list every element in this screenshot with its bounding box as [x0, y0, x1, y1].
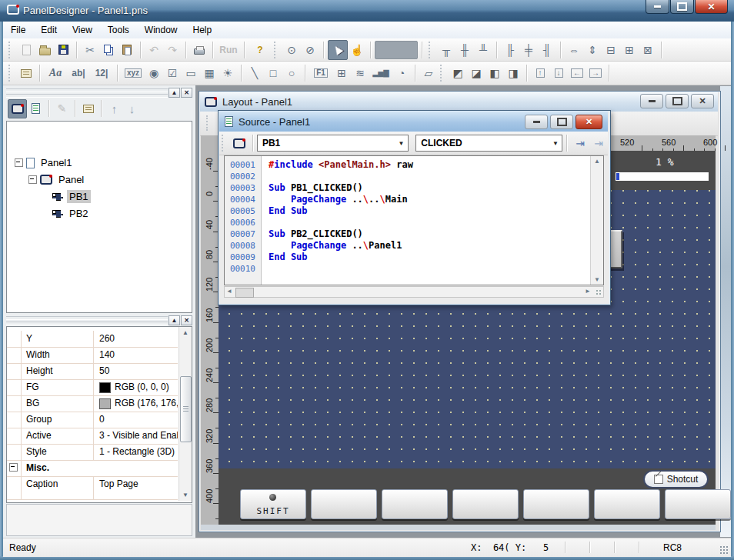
font-tool-button[interactable]: Aa — [44, 64, 67, 82]
align-top-button[interactable]: ╥ — [437, 41, 455, 59]
numeric-field-button[interactable]: 12| — [90, 64, 113, 82]
menu-help[interactable]: Help — [185, 22, 220, 38]
tree-node-label[interactable]: Panel1 — [38, 156, 74, 169]
editor-vertical-scrollbar[interactable]: ▲ ▼ — [590, 156, 603, 285]
nudge-right-button[interactable]: → — [586, 64, 605, 82]
function-button-5[interactable] — [523, 489, 589, 519]
property-value[interactable]: 50 — [94, 363, 178, 379]
help-button[interactable]: ? — [249, 41, 272, 59]
nudge-left-button[interactable]: ← — [568, 64, 586, 82]
function-button-6[interactable] — [594, 489, 660, 519]
zoom-off-button[interactable]: ⊘ — [301, 41, 319, 59]
code-text[interactable]: #include <PanelMain.h> raw Sub PB1_CLICK… — [262, 156, 591, 288]
fit-height-button[interactable]: ⊞ — [620, 41, 639, 59]
layers-button[interactable]: ▱ — [419, 64, 438, 82]
toolbar-grip[interactable] — [429, 42, 432, 58]
property-row-width[interactable]: Width140 — [7, 347, 178, 364]
property-row-height[interactable]: Height50 — [7, 363, 178, 380]
align-right-button[interactable]: ╢ — [538, 41, 556, 59]
property-value[interactable]: Top Page — [94, 476, 178, 499]
property-panel-close-button[interactable]: ✕ — [181, 315, 192, 325]
radio-button-tool[interactable]: ◉ — [145, 64, 163, 82]
event-combo[interactable]: CLICKED ▼ — [415, 135, 562, 152]
indent-increase-button[interactable]: ⇥ — [571, 134, 589, 152]
function-button-3[interactable] — [382, 489, 448, 519]
tree-expander[interactable] — [15, 158, 23, 167]
shotcut-button[interactable]: Shotcut — [643, 470, 709, 488]
project-panel-pin-button[interactable]: ▲ — [168, 88, 180, 98]
property-panel-pin-button[interactable]: ▲ — [168, 315, 180, 325]
paste-button[interactable] — [118, 41, 136, 59]
scroll-thumb[interactable] — [180, 376, 192, 442]
hand-tool-button[interactable]: ☝ — [348, 41, 366, 59]
graph-tool[interactable]: ≋ — [351, 64, 369, 82]
send-to-back-button[interactable]: ◪ — [467, 64, 485, 82]
screen-tool[interactable]: ▦ — [200, 64, 219, 82]
panel-view-button[interactable] — [8, 99, 27, 118]
property-value[interactable]: RGB (0, 0, 0) — [94, 379, 178, 395]
minimize-button[interactable] — [646, 0, 669, 14]
layout-minimize-button[interactable] — [640, 94, 663, 108]
function-button-7[interactable] — [665, 489, 731, 519]
property-value[interactable]: 140 — [94, 347, 178, 363]
nudge-up-button[interactable]: ↑ — [531, 64, 549, 82]
scroll-left-arrow[interactable]: ◄ — [226, 288, 232, 295]
function-button-2[interactable] — [311, 489, 377, 519]
property-row-misc[interactable]: Misc. — [7, 460, 178, 477]
lamp-tool[interactable]: ☀ — [219, 64, 237, 82]
property-row-y[interactable]: Y260 — [7, 331, 178, 348]
toolbar-grip[interactable] — [8, 65, 12, 82]
code-editor[interactable]: 0000100002000030000400005000060000700008… — [224, 155, 604, 285]
property-row-active[interactable]: Active3 - Visible and Enable — [7, 428, 178, 445]
cut-button[interactable]: ✂ — [81, 41, 99, 59]
function-button-shift[interactable]: SHIFT — [240, 489, 306, 519]
object-combo[interactable]: PB1 ▼ — [257, 135, 409, 152]
property-value[interactable]: 3 - Visible and Enable — [94, 428, 178, 444]
copy-button[interactable] — [99, 41, 118, 59]
tree-expander[interactable] — [28, 175, 37, 184]
scroll-up-arrow[interactable]: ▲ — [179, 327, 192, 338]
resize-grip[interactable] — [596, 289, 602, 295]
align-left-button[interactable]: ╟ — [501, 41, 519, 59]
label-tool-button[interactable] — [17, 64, 35, 82]
move-down-button[interactable]: ↓ — [123, 100, 141, 118]
table-tool[interactable]: ⊞ — [332, 64, 351, 82]
property-row-fg[interactable]: FGRGB (0, 0, 0) — [7, 379, 178, 396]
status-resize-grip[interactable] — [719, 545, 729, 555]
menu-tools[interactable]: Tools — [100, 22, 137, 38]
category-collapse-icon[interactable] — [9, 463, 18, 472]
source-close-button[interactable]: ✕ — [576, 115, 602, 129]
layout-close-button[interactable]: ✕ — [691, 94, 714, 108]
property-value[interactable]: 1 - Rectangle (3D) — [94, 444, 178, 460]
menu-edit[interactable]: Edit — [33, 22, 65, 38]
tree-node-pb1[interactable]: PB1 — [42, 189, 91, 204]
fit-both-button[interactable]: ⊠ — [639, 41, 657, 59]
pointer-tool-button[interactable] — [328, 40, 348, 60]
same-width-button[interactable]: ⇔ — [565, 41, 583, 59]
close-button[interactable]: ✕ — [695, 0, 728, 14]
property-value[interactable]: 0 — [94, 412, 178, 428]
text-field-button[interactable]: ab| — [67, 64, 90, 82]
zoom-in-button[interactable]: ⊙ — [282, 41, 301, 59]
ellipse-tool[interactable]: ○ — [282, 64, 301, 82]
bring-forward-button[interactable]: ◧ — [485, 64, 504, 82]
property-row-bg[interactable]: BGRGB (176, 176, 1 — [7, 395, 178, 412]
move-up-button[interactable]: ↑ — [105, 100, 123, 118]
property-row-group[interactable]: Group0 — [7, 412, 178, 428]
align-bottom-button[interactable]: ╨ — [474, 41, 492, 59]
toolbar-grip[interactable] — [440, 65, 444, 82]
fkey-tool[interactable]: F1 — [309, 64, 332, 82]
tree-node-pb2[interactable]: PB2 — [42, 206, 91, 221]
timer-tool[interactable]: ◔ — [392, 64, 411, 82]
scroll-thumb[interactable] — [235, 288, 254, 298]
scroll-up-arrow[interactable]: ▲ — [591, 158, 603, 165]
toolbar-grip[interactable] — [274, 42, 278, 58]
tree-node-panel1[interactable]: Panel1 — [15, 155, 74, 170]
property-grid-scrollbar[interactable]: ▲ ▼ — [178, 327, 192, 501]
source-panel-button[interactable] — [230, 134, 249, 152]
function-button-4[interactable] — [452, 489, 519, 519]
property-value[interactable]: 260 — [94, 331, 178, 347]
align-vcenter-button[interactable]: ╫ — [455, 41, 474, 59]
indent-decrease-button[interactable]: ⇥ — [589, 134, 608, 152]
rounded-rect-tool[interactable]: ▭ — [182, 64, 200, 82]
